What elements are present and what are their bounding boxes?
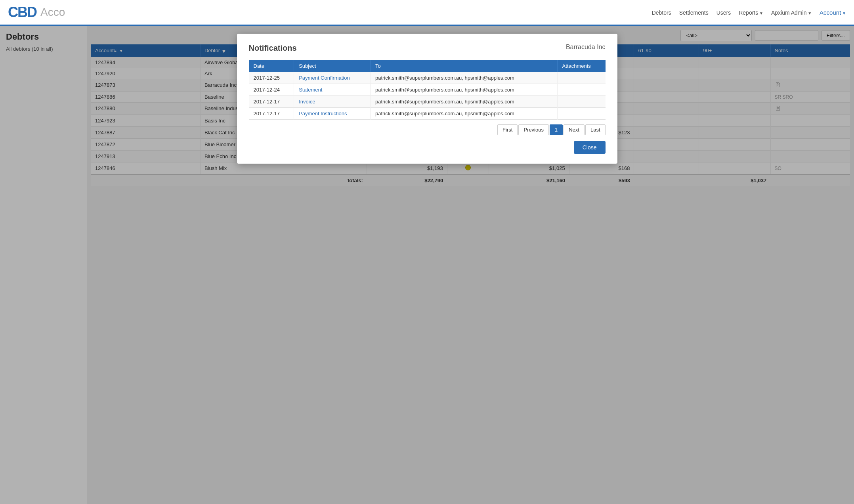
- notif-attachments: [557, 108, 605, 120]
- nav-reports[interactable]: Reports: [739, 9, 763, 15]
- notif-col-subject: Subject: [294, 60, 371, 72]
- notif-row: 2017-12-25 Payment Confirmation patrick.…: [249, 72, 606, 84]
- notif-col-to: To: [370, 60, 557, 72]
- nav-users[interactable]: Users: [716, 9, 731, 15]
- notif-subject[interactable]: Payment Instructions: [294, 108, 371, 120]
- notif-date: 2017-12-17: [249, 96, 294, 108]
- notif-attachments: [557, 84, 605, 96]
- page-body: Debtors All debtors (10 in all) <all> Fi…: [0, 26, 854, 504]
- nav-settlements[interactable]: Settlements: [679, 9, 709, 15]
- modal-header: Notifications Barracuda Inc: [249, 44, 606, 53]
- notif-subject[interactable]: Statement: [294, 84, 371, 96]
- page-first-btn[interactable]: First: [497, 124, 518, 135]
- notif-row: 2017-12-24 Statement patrick.smith@super…: [249, 84, 606, 96]
- notif-to: patrick.smith@superplumbers.com.au, hpsm…: [370, 108, 557, 120]
- page-current-btn[interactable]: 1: [550, 124, 563, 135]
- notif-attachments: [557, 96, 605, 108]
- nav-account[interactable]: Account: [820, 9, 846, 16]
- nav-apxium-admin[interactable]: Apxium Admin: [771, 9, 812, 15]
- nav-debtors[interactable]: Debtors: [652, 9, 671, 15]
- notif-date: 2017-12-17: [249, 108, 294, 120]
- notif-row: 2017-12-17 Invoice patrick.smith@superpl…: [249, 96, 606, 108]
- notif-attachments: [557, 72, 605, 84]
- notif-col-attachments: Attachments: [557, 60, 605, 72]
- modal-company: Barracuda Inc: [566, 44, 606, 51]
- nav-links: Debtors Settlements Users Reports Apxium…: [652, 9, 846, 16]
- notif-subject-link[interactable]: Payment Instructions: [299, 111, 347, 116]
- top-nav: CBD Acco Debtors Settlements Users Repor…: [0, 0, 854, 26]
- notif-subject-link[interactable]: Statement: [299, 87, 322, 93]
- modal-footer: Close: [249, 141, 606, 154]
- notifications-table: Date Subject To Attachments 2017-12-25 P…: [249, 60, 606, 120]
- notif-to: patrick.smith@superplumbers.com.au, hpsm…: [370, 84, 557, 96]
- notif-to: patrick.smith@superplumbers.com.au, hpsm…: [370, 96, 557, 108]
- notifications-modal: Notifications Barracuda Inc Date Subject…: [237, 34, 617, 164]
- notif-subject[interactable]: Payment Confirmation: [294, 72, 371, 84]
- notif-date: 2017-12-25: [249, 72, 294, 84]
- page-last-btn[interactable]: Last: [585, 124, 606, 135]
- notif-subject[interactable]: Invoice: [294, 96, 371, 108]
- page-next-btn[interactable]: Next: [564, 124, 585, 135]
- notif-row: 2017-12-17 Payment Instructions patrick.…: [249, 108, 606, 120]
- page-previous-btn[interactable]: Previous: [518, 124, 549, 135]
- notif-col-date: Date: [249, 60, 294, 72]
- pagination: First Previous 1 Next Last: [249, 124, 606, 135]
- modal-title: Notifications: [249, 44, 297, 53]
- notif-subject-link[interactable]: Payment Confirmation: [299, 75, 350, 81]
- modal-overlay: Notifications Barracuda Inc Date Subject…: [0, 26, 854, 504]
- notif-to: patrick.smith@superplumbers.com.au, hpsm…: [370, 72, 557, 84]
- close-button[interactable]: Close: [574, 141, 606, 154]
- logo: CBD: [8, 4, 36, 21]
- logo-text: Acco: [40, 6, 65, 19]
- notif-subject-link[interactable]: Invoice: [299, 99, 315, 105]
- notif-date: 2017-12-24: [249, 84, 294, 96]
